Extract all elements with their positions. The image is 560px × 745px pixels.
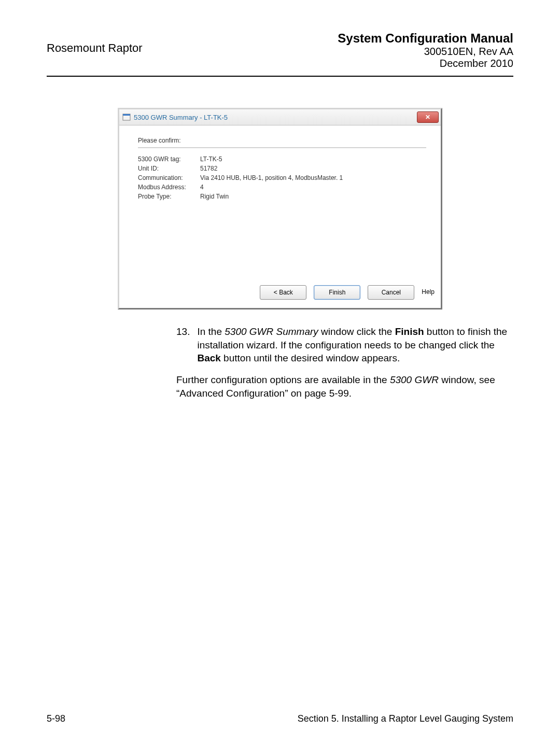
probe-type-value: Rigid Twin <box>200 193 426 200</box>
step-text: In the 5300 GWR Summary window click the… <box>197 325 513 365</box>
communication-label: Communication: <box>138 174 200 181</box>
further-text: Further configuration options are availa… <box>176 373 513 400</box>
step-pre: In the <box>197 326 225 337</box>
modbus-value: 4 <box>200 184 426 191</box>
step-em-summary: 5300 GWR Summary <box>225 326 318 337</box>
step-13: 13. In the 5300 GWR Summary window click… <box>176 325 513 365</box>
step-number: 13. <box>176 325 190 365</box>
summary-dialog: 5300 GWR Summary - LT-TK-5 ✕ Please conf… <box>118 108 442 310</box>
help-button[interactable]: Help <box>422 285 435 299</box>
product-name: Rosemount Raptor <box>47 31 143 55</box>
confirm-label: Please confirm: <box>138 137 426 144</box>
finish-button[interactable]: Finish <box>314 285 360 300</box>
unit-id-label: Unit ID: <box>138 165 200 172</box>
dialog-title: 5300 GWR Summary - LT-TK-5 <box>134 114 228 121</box>
unit-id-value: 51782 <box>200 165 426 172</box>
manual-title: System Configuration Manual <box>338 31 513 46</box>
cancel-button[interactable]: Cancel <box>368 285 414 300</box>
step-bold-finish: Finish <box>395 326 424 337</box>
probe-type-label: Probe Type: <box>138 193 200 200</box>
communication-value: Via 2410 HUB, HUB-1, position 4, ModbusM… <box>200 174 426 181</box>
further-pre: Further configuration options are availa… <box>176 374 390 385</box>
section-title: Section 5. Installing a Raptor Level Gau… <box>298 713 513 724</box>
confirm-rule <box>138 147 426 148</box>
dialog-titlebar: 5300 GWR Summary - LT-TK-5 ✕ <box>119 109 441 125</box>
back-button[interactable]: < Back <box>260 285 306 300</box>
step-post: button until the desired window appears. <box>221 353 400 363</box>
tag-label: 5300 GWR tag: <box>138 156 200 163</box>
step-bold-back: Back <box>197 353 220 363</box>
further-em: 5300 GWR <box>390 374 439 385</box>
page-number: 5-98 <box>47 713 65 724</box>
close-icon: ✕ <box>425 114 430 120</box>
step-mid1: window click the <box>318 326 395 337</box>
date-line: December 2010 <box>338 58 513 69</box>
revision-line: 300510EN, Rev AA <box>338 46 513 58</box>
svg-rect-1 <box>123 114 130 116</box>
header-rule <box>47 76 513 77</box>
modbus-label: Modbus Address: <box>138 184 200 191</box>
tag-value: LT-TK-5 <box>200 156 426 163</box>
app-icon <box>122 113 131 121</box>
close-button[interactable]: ✕ <box>417 111 439 123</box>
